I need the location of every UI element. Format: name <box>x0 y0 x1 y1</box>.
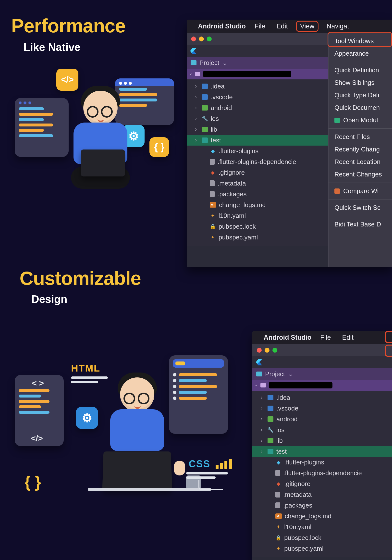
flutter-icon <box>190 48 196 54</box>
tree-item-label: .gitignore <box>219 169 245 176</box>
mac-menubar: Android Studio File Edit View Navigat <box>187 20 392 33</box>
braces-icon-2: { } <box>24 473 41 491</box>
menu-separator <box>329 216 392 216</box>
tree-item-label: .metadata <box>283 491 312 498</box>
tree-item-label: .packages <box>283 502 312 509</box>
tree-row[interactable]: ›.idea <box>252 392 392 403</box>
yaml-icon: ✦ <box>210 213 216 218</box>
tree-row[interactable]: .metadata <box>252 489 392 500</box>
menu-item[interactable]: Quick Switch Sc <box>329 201 392 214</box>
tree-row[interactable]: M↓change_logs.md <box>252 511 392 522</box>
menu-item-label: Quick Type Defi <box>334 91 379 99</box>
app-name: Android Studio <box>198 23 246 30</box>
tree-row[interactable]: .packages <box>252 500 392 511</box>
menu-item-label: Compare Wi <box>343 187 379 195</box>
menu-file-2[interactable]: File <box>318 333 333 342</box>
tree-row[interactable]: ›test <box>252 446 392 457</box>
tree-item-label: .packages <box>218 190 247 198</box>
menu-item[interactable]: Compare Wi <box>329 185 392 197</box>
menu-separator <box>329 199 392 199</box>
tree-item-label: .flutter-plugins-dependencie <box>283 469 362 477</box>
tree-row[interactable]: ◆.flutter-plugins <box>252 457 392 468</box>
menu-edit-2[interactable]: Edit <box>340 333 356 342</box>
tree-item-label: pubspec.lock <box>219 223 256 230</box>
git-icon: ◆ <box>275 481 281 486</box>
traffic-lights[interactable] <box>191 37 212 41</box>
yaml-icon: ✦ <box>275 524 281 530</box>
tree-row[interactable]: ›lib <box>252 435 392 446</box>
braces-icon: { } <box>149 137 169 157</box>
code-card-left <box>15 98 69 157</box>
chevron-right-icon: › <box>261 437 265 444</box>
folder-stack-icon <box>191 60 196 65</box>
wrench-icon: 🔧 <box>202 116 208 121</box>
git-icon: ◆ <box>210 170 216 175</box>
tree-item-label: pubspec.yaml <box>219 234 258 241</box>
folder-icon <box>260 383 266 387</box>
file-icon <box>210 191 215 197</box>
folder-icon <box>202 84 208 89</box>
traffic-lights-2[interactable] <box>257 348 277 353</box>
section1-title: Performance <box>11 15 125 37</box>
folder-icon <box>202 94 208 100</box>
mod-icon <box>334 118 340 123</box>
minimize-icon[interactable] <box>199 37 204 41</box>
tree-row[interactable]: ✦pubspec.yaml <box>252 543 392 554</box>
tree-item-label: test <box>276 448 287 455</box>
folder-icon <box>195 72 200 76</box>
close-icon[interactable] <box>191 37 196 41</box>
tree-row[interactable]: 🔒pubspec.lock <box>252 532 392 543</box>
ide-screenshot-2: Android Studio File Edit Project ⌄ › ›.i… <box>252 331 392 560</box>
tree-row[interactable]: ◆.gitignore <box>252 478 392 489</box>
tree-row[interactable]: .flutter-plugins-dependencie <box>252 468 392 478</box>
folder-icon <box>202 127 208 132</box>
project-label-2: Project <box>265 370 285 378</box>
chevron-right-icon: › <box>195 115 199 122</box>
file-icon <box>275 502 280 508</box>
maximize-icon[interactable] <box>272 348 277 353</box>
view-menu-dropdown[interactable]: Tool WindowsAppearanceQuick DefinitionSh… <box>328 33 392 267</box>
menu-item[interactable]: Quick Documen <box>329 101 392 114</box>
thumbs-up-icon <box>174 461 185 475</box>
tree-row[interactable]: ›🔧ios <box>252 424 392 435</box>
menu-item[interactable]: Quick Type Defi <box>329 89 392 101</box>
menu-file[interactable]: File <box>252 22 268 31</box>
menu-item[interactable]: Tool Windows <box>329 35 392 47</box>
menu-item-label: Bidi Text Base D <box>334 221 381 228</box>
close-icon[interactable] <box>257 348 262 353</box>
folder-icon <box>202 137 208 143</box>
menu-item[interactable]: Bidi Text Base D <box>329 218 392 231</box>
project-tree-2[interactable]: ›.idea›.vscode›android›🔧ios›lib›test◆.fl… <box>252 391 392 557</box>
menu-item[interactable]: Recent Changes <box>329 168 392 181</box>
menu-item[interactable]: Recent Files <box>329 131 392 143</box>
project-root-row-2[interactable]: › <box>252 380 392 391</box>
tree-item-label: android <box>211 104 232 112</box>
menu-item-label: Quick Definition <box>334 66 379 74</box>
menu-item[interactable]: Recently Chang <box>329 143 392 156</box>
menu-item[interactable]: Show Siblings <box>329 76 392 89</box>
menu-separator <box>329 183 392 183</box>
menu-item[interactable]: Quick Definition <box>329 64 392 76</box>
menu-view[interactable]: View <box>297 22 318 31</box>
menu-item[interactable]: Recent Location <box>329 156 392 168</box>
minimize-icon[interactable] <box>265 348 270 353</box>
lock-icon: 🔒 <box>210 224 216 229</box>
project-panel-header-2[interactable]: Project ⌄ <box>252 368 392 380</box>
menu-item[interactable]: Appearance <box>329 47 392 60</box>
window-chrome-2 <box>252 344 392 356</box>
folder-icon <box>268 406 273 411</box>
tree-row[interactable]: ›.vscode <box>252 403 392 414</box>
menu-edit[interactable]: Edit <box>274 22 290 31</box>
menu-separator <box>329 62 392 62</box>
tree-item-label: .vscode <box>211 93 233 101</box>
chevron-right-icon: › <box>188 73 194 75</box>
tree-item-label: l10n.yaml <box>219 212 246 220</box>
menu-navigate[interactable]: Navigat <box>324 22 352 31</box>
tree-row[interactable]: ›android <box>252 414 392 424</box>
folder-icon <box>268 416 273 422</box>
maximize-icon[interactable] <box>207 37 212 41</box>
ide-toolbar-2 <box>252 356 392 368</box>
tree-row[interactable]: ✦l10n.yaml <box>252 522 392 532</box>
html-label: HTML <box>71 363 100 374</box>
menu-item[interactable]: Open Modul <box>329 114 392 126</box>
